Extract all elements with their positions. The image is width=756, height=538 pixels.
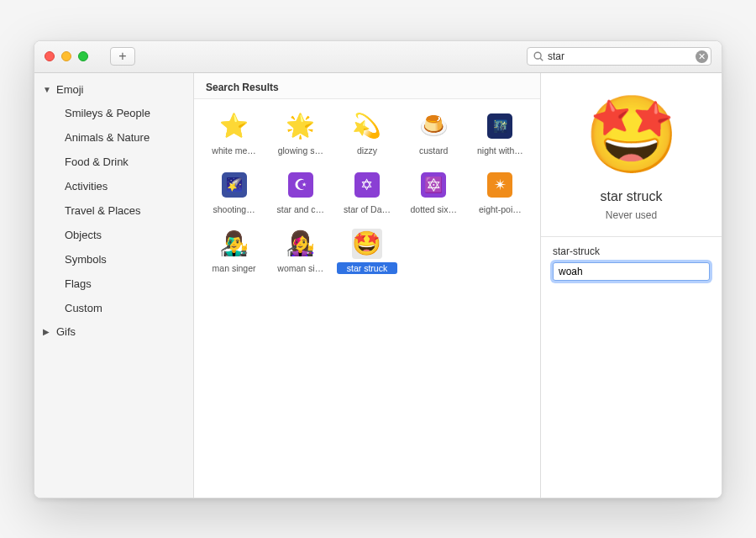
close-window-button[interactable] [45,51,55,61]
results-header: Search Results [194,73,540,99]
sidebar-item-animals-nature[interactable]: Animals & Nature [34,125,193,150]
emoji-glyph: 🌟 [286,111,316,141]
sidebar-group-emoji[interactable]: Emoji [34,78,193,101]
result-item[interactable]: 👩‍🎤woman si… [270,229,331,274]
minimize-window-button[interactable] [61,51,71,61]
keyword-input[interactable] [553,262,710,281]
sidebar-group-gifs[interactable]: Gifs [34,320,193,343]
sidebar-item-travel-places[interactable]: Travel & Places [34,198,193,223]
result-item[interactable]: 🍮custard [403,111,464,156]
result-label: dizzy [337,145,397,156]
result-label: man singer [204,262,265,274]
emoji-glyph: 🍮 [418,111,449,141]
x-icon: ✕ [698,52,706,61]
result-label: glowing s… [270,145,331,156]
window-body: Emoji Smileys & People Animals & Nature … [34,73,722,498]
result-label: shooting… [204,203,265,215]
keyword-label: star-struck [553,245,710,257]
results-panel: Search Results ⭐white me…🌟glowing s…💫diz… [194,73,541,498]
search-field[interactable]: ✕ [527,47,711,66]
result-label: woman si… [270,262,331,274]
result-item[interactable]: ✡star of Da… [337,170,397,215]
result-label: custard [403,145,464,156]
emoji-glyph: 🌃 [485,111,515,141]
result-label: star and c… [270,203,331,215]
disclosure-triangle-icon [43,85,51,94]
sidebar-item-activities[interactable]: Activities [34,174,193,198]
detail-usage: Never used [553,209,710,221]
search-icon [533,50,544,62]
window-controls [45,51,88,61]
result-item[interactable]: 🔯dotted six… [403,170,464,215]
emoji-glyph: ✴ [485,170,515,200]
sidebar: Emoji Smileys & People Animals & Nature … [34,73,194,498]
sidebar-group-label: Emoji [56,83,84,96]
detail-preview: 🤩 [553,85,710,186]
detail-title: star struck [553,189,710,204]
sidebar-item-food-drink[interactable]: Food & Drink [34,150,193,174]
result-item[interactable]: 🌃night with… [470,111,530,156]
add-button[interactable]: + [110,47,135,66]
result-label: dotted six… [403,203,464,215]
result-label: star struck [337,262,397,274]
result-label: eight-poi… [470,203,530,215]
sidebar-item-objects[interactable]: Objects [34,223,193,247]
result-label: night with… [470,145,530,156]
result-item[interactable]: 🤩star struck [337,229,397,274]
emoji-picker-window: + ✕ Emoji Smileys & People Animals & Nat… [34,40,722,498]
results-grid: ⭐white me…🌟glowing s…💫dizzy🍮custard🌃nigh… [194,99,540,286]
plus-icon: + [118,49,126,64]
result-item[interactable]: 👨‍🎤man singer [204,229,265,274]
svg-point-0 [534,52,541,59]
preview-emoji: 🤩 [585,91,679,179]
emoji-glyph: 👩‍🎤 [286,229,316,259]
titlebar: + ✕ [34,41,722,73]
emoji-glyph: 👨‍🎤 [219,229,249,259]
sidebar-item-flags[interactable]: Flags [34,272,193,296]
zoom-window-button[interactable] [78,51,88,61]
emoji-glyph: 🤩 [352,229,382,259]
detail-panel: 🤩 star struck Never used star-struck [541,73,722,498]
disclosure-triangle-icon [43,327,51,336]
sidebar-group-label: Gifs [56,325,76,338]
clear-search-button[interactable]: ✕ [696,50,708,63]
sidebar-item-custom[interactable]: Custom [34,296,193,320]
emoji-glyph: 💫 [352,111,382,141]
result-label: star of Da… [337,203,397,215]
result-item[interactable]: ☪star and c… [270,170,331,215]
result-item[interactable]: 💫dizzy [337,111,397,156]
result-item[interactable]: ✴eight-poi… [470,170,530,215]
emoji-glyph: 🔯 [418,170,449,200]
emoji-glyph: 🌠 [219,170,249,200]
emoji-glyph: ✡ [352,170,382,200]
result-item[interactable]: 🌠shooting… [204,170,265,215]
result-item[interactable]: ⭐white me… [204,111,265,156]
emoji-glyph: ⭐ [219,111,249,141]
search-input[interactable] [548,50,692,62]
divider [541,236,722,237]
sidebar-item-smileys-people[interactable]: Smileys & People [34,101,193,125]
svg-line-1 [540,58,543,61]
sidebar-item-symbols[interactable]: Symbols [34,247,193,272]
result-item[interactable]: 🌟glowing s… [270,111,331,156]
emoji-glyph: ☪ [286,170,316,200]
result-label: white me… [204,145,265,156]
